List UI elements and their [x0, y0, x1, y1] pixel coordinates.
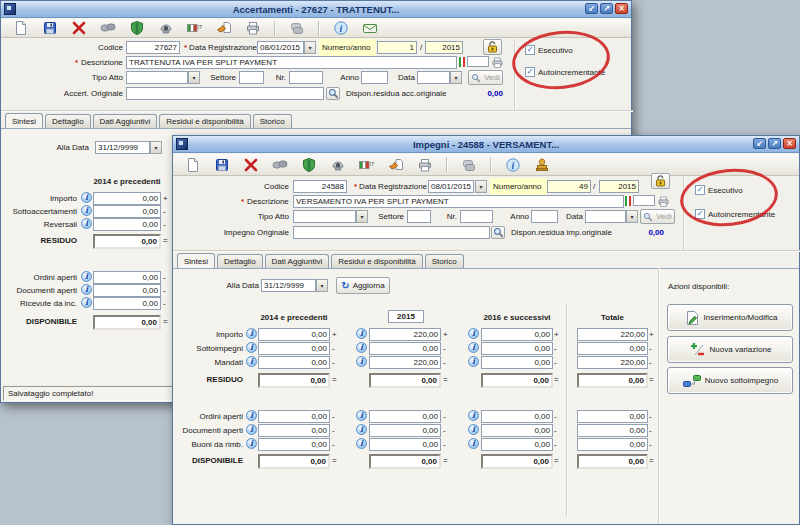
navigate-icon[interactable]: [100, 20, 116, 36]
language-field[interactable]: [467, 56, 489, 67]
tab-dettaglio[interactable]: Dettaglio: [217, 254, 263, 268]
italian-flag-icon[interactable]: IT: [187, 20, 203, 36]
close-button[interactable]: ×: [615, 3, 628, 14]
info-icon[interactable]: i: [81, 271, 92, 282]
tab-residui[interactable]: Residui e disponibilità: [159, 114, 250, 128]
amount-field[interactable]: 0,00: [93, 205, 161, 218]
tab-storico[interactable]: Storico: [425, 254, 464, 268]
anno-field[interactable]: 2015: [425, 41, 463, 54]
amount-field[interactable]: 0,00: [369, 424, 441, 437]
tipo-atto-field[interactable]: [293, 210, 356, 223]
info-icon[interactable]: i: [81, 297, 92, 308]
accert-originale-field[interactable]: [126, 87, 324, 100]
tab-sintesi[interactable]: Sintesi: [177, 253, 215, 268]
descrizione-field[interactable]: VERSAMENTO IVA PER SPLIT PAYMENT: [293, 195, 624, 208]
amount-field[interactable]: 0,00: [93, 297, 161, 310]
amount-field[interactable]: 0,00: [258, 424, 330, 437]
nr-field[interactable]: [460, 210, 493, 223]
vedi-button[interactable]: Vedi: [468, 70, 503, 85]
info-icon[interactable]: i: [356, 438, 367, 449]
amount-field[interactable]: 0,00: [481, 410, 553, 423]
print-icon[interactable]: [417, 157, 433, 173]
anno-atto-field[interactable]: [531, 210, 558, 223]
data-registrazione-field[interactable]: 08/01/2015: [257, 41, 304, 54]
shield-icon[interactable]: [129, 20, 145, 36]
settore-field[interactable]: [407, 210, 431, 223]
mail-icon[interactable]: [362, 20, 378, 36]
info-icon[interactable]: i: [81, 218, 92, 229]
settore-field[interactable]: [239, 71, 264, 84]
info-icon[interactable]: i: [468, 410, 479, 421]
cards-icon[interactable]: [461, 157, 477, 173]
amount-field[interactable]: 0,00: [93, 192, 161, 205]
new-document-icon[interactable]: [185, 157, 201, 173]
lock-button[interactable]: [483, 39, 502, 55]
amount-field[interactable]: 220,00: [577, 356, 648, 369]
minimize-button[interactable]: ↙: [585, 3, 598, 14]
info-icon[interactable]: i: [246, 410, 257, 421]
tab-sintesi[interactable]: Sintesi: [5, 113, 43, 128]
amount-field[interactable]: 0,00: [258, 438, 330, 451]
amount-field[interactable]: 0,00: [481, 424, 553, 437]
copy-document-icon[interactable]: [216, 20, 232, 36]
save-icon[interactable]: [214, 157, 230, 173]
camera-icon[interactable]: [158, 20, 174, 36]
info-icon[interactable]: i: [81, 284, 92, 295]
amount-field[interactable]: 0,00: [369, 342, 441, 355]
delete-icon[interactable]: [71, 20, 87, 36]
minimize-button[interactable]: ↙: [753, 138, 766, 149]
amount-field[interactable]: 0,00: [93, 271, 161, 284]
cards-icon[interactable]: [289, 20, 305, 36]
info-icon[interactable]: i: [356, 424, 367, 435]
numero-field[interactable]: 1: [377, 41, 417, 54]
chevron-down-icon[interactable]: ▾: [626, 210, 638, 223]
tipo-atto-field[interactable]: [126, 71, 188, 84]
new-document-icon[interactable]: [13, 20, 29, 36]
info-icon[interactable]: i: [468, 438, 479, 449]
amount-field[interactable]: 0,00: [577, 424, 648, 437]
data-atto-field[interactable]: [417, 71, 450, 84]
numero-field[interactable]: 49: [547, 180, 591, 193]
vedi-button[interactable]: Vedi: [640, 209, 675, 224]
titlebar[interactable]: Accertamenti - 27627 - TRATTENUT... ↙ ↗ …: [1, 1, 631, 18]
search-button[interactable]: [326, 87, 340, 100]
info-icon[interactable]: i: [246, 342, 257, 353]
amount-field[interactable]: 0,00: [258, 410, 330, 423]
tab-dati-aggiuntivi[interactable]: Dati Aggiuntivi: [93, 114, 158, 128]
shield-icon[interactable]: [301, 157, 317, 173]
delete-icon[interactable]: [243, 157, 259, 173]
titlebar[interactable]: Impegni - 24588 - VERSAMENT... ↙ ↗ ×: [173, 136, 799, 153]
chevron-down-icon[interactable]: ▾: [150, 141, 162, 154]
copy-document-icon[interactable]: [388, 157, 404, 173]
amount-field[interactable]: 220,00: [369, 328, 441, 341]
info-icon[interactable]: i: [246, 356, 257, 367]
tab-storico[interactable]: Storico: [253, 114, 292, 128]
maximize-button[interactable]: ↗: [768, 138, 781, 149]
amount-field[interactable]: 0,00: [369, 438, 441, 451]
maximize-button[interactable]: ↗: [600, 3, 613, 14]
tab-residui[interactable]: Residui e disponibilità: [331, 254, 422, 268]
nr-field[interactable]: [289, 71, 323, 84]
amount-field[interactable]: 0,00: [577, 342, 648, 355]
amount-field[interactable]: 0,00: [258, 328, 330, 341]
amount-field[interactable]: 0,00: [258, 342, 330, 355]
amount-field[interactable]: 0,00: [577, 410, 648, 423]
info-icon[interactable]: i: [468, 424, 479, 435]
nuova-variazione-button[interactable]: Nuova variazione: [667, 336, 793, 363]
navigate-icon[interactable]: [272, 157, 288, 173]
inserimento-modifica-button[interactable]: Inserimento/Modifica: [667, 304, 793, 331]
info-icon[interactable]: i: [356, 356, 367, 367]
tab-dati-aggiuntivi[interactable]: Dati Aggiuntivi: [265, 254, 330, 268]
anno-atto-field[interactable]: [361, 71, 388, 84]
anno-field[interactable]: 2015: [599, 180, 639, 193]
close-button[interactable]: ×: [783, 138, 796, 149]
impegno-originale-field[interactable]: [293, 226, 490, 239]
tab-dettaglio[interactable]: Dettaglio: [45, 114, 91, 128]
alla-data-field[interactable]: 31/12/9999: [261, 279, 316, 292]
chevron-down-icon[interactable]: ▾: [188, 71, 200, 84]
chevron-down-icon[interactable]: ▾: [356, 210, 368, 223]
amount-field[interactable]: 0,00: [93, 218, 161, 231]
amount-field[interactable]: 0,00: [577, 438, 648, 451]
amount-field[interactable]: 0,00: [481, 328, 553, 341]
stamp-icon[interactable]: [534, 157, 550, 173]
